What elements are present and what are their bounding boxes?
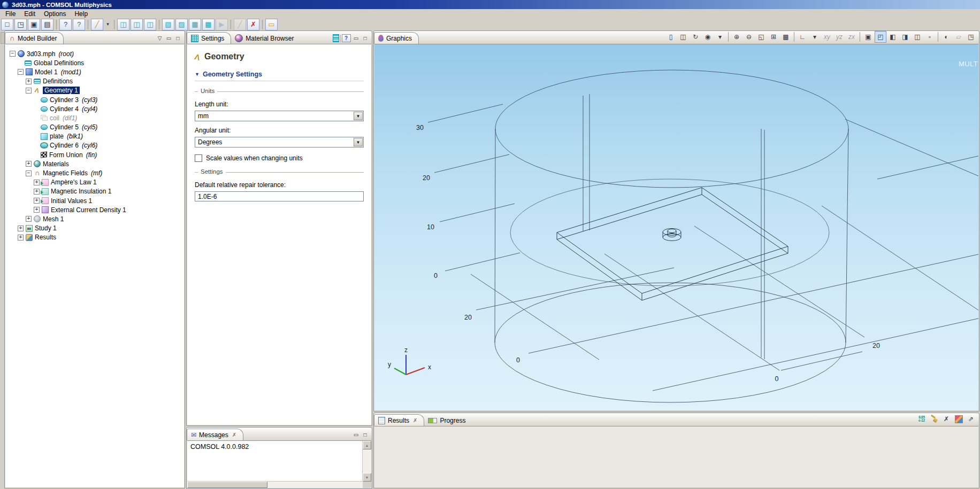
export-icon[interactable]: ⇗ <box>965 413 977 425</box>
messages-maximize-icon[interactable]: □ <box>361 430 370 439</box>
expander-plus-icon[interactable]: + <box>26 216 32 222</box>
tree-item-cylinder-5[interactable]: Cylinder 5(cyl5) <box>7 123 183 132</box>
window-cascade-icon[interactable]: ◫ <box>117 19 129 30</box>
tab-model-builder[interactable]: Model Builder <box>5 32 64 44</box>
build-selected-icon[interactable]: ▨ <box>175 19 188 30</box>
tree-item-results[interactable]: +Results <box>7 233 183 242</box>
tab-material-browser[interactable]: Material Browser <box>231 33 300 44</box>
select-edges-icon[interactable]: ◫ <box>912 31 923 43</box>
vertical-scrollbar[interactable]: ▲ ▼ <box>362 441 371 482</box>
visibility-caret-icon[interactable]: ▾ <box>714 31 726 43</box>
expander-plus-icon[interactable]: + <box>34 189 40 195</box>
geometry-settings-section[interactable]: ▼ Geometry Settings <box>195 71 364 81</box>
documentation-icon[interactable]: ? <box>73 19 85 30</box>
go-icon[interactable]: ▶ <box>216 19 228 30</box>
angular-unit-select[interactable]: Degrees ▼ <box>195 137 364 148</box>
window-tile-icon[interactable]: ◫ <box>131 19 143 30</box>
tree-item-materials[interactable]: +Materials <box>7 159 183 168</box>
expander-minus-icon[interactable]: − <box>26 170 32 176</box>
settings-maximize-icon[interactable]: □ <box>361 34 370 42</box>
print-icon[interactable]: ▤ <box>41 19 53 30</box>
build-preceding-icon[interactable]: ▧ <box>162 19 174 30</box>
horizontal-sash-right[interactable] <box>373 412 979 413</box>
delete-icon[interactable]: ✗ <box>940 413 952 425</box>
expander-plus-icon[interactable]: + <box>26 79 32 84</box>
selection-lock-icon[interactable]: ◰ <box>875 31 886 43</box>
tree-item-magnetic-insulation-1[interactable]: +Magnetic Insulation 1 <box>7 187 183 196</box>
dynamic-help-icon[interactable]: ? <box>341 34 351 42</box>
scroll-up-icon[interactable]: ▲ <box>363 441 371 449</box>
dropdown-arrow-icon[interactable]: ▼ <box>354 138 363 146</box>
help-icon[interactable]: ? <box>59 19 72 30</box>
tree-item-study-1[interactable]: +Study 1 <box>7 224 183 233</box>
ruler-icon[interactable]: ▭ <box>265 19 278 30</box>
select-domains-icon[interactable]: ◧ <box>887 31 899 43</box>
scrollbar-thumb[interactable] <box>187 482 267 488</box>
window-float-icon[interactable]: ◫ <box>144 19 156 30</box>
select-box-icon[interactable]: ▫ <box>924 31 936 43</box>
measure-icon[interactable]: ✗ <box>247 19 259 30</box>
brush-caret-icon[interactable]: ▾ <box>104 19 111 30</box>
clear-results-icon[interactable] <box>928 413 940 425</box>
tab-progress[interactable]: Progress <box>424 415 472 426</box>
zoom-out-icon[interactable]: ⊖ <box>743 31 755 43</box>
build-all-icon[interactable]: ▦ <box>189 19 201 30</box>
precision-icon[interactable]: 8.85e-12 <box>916 413 928 425</box>
vertical-sash-left[interactable] <box>185 30 186 489</box>
plot-window-icon[interactable]: ▯ <box>665 31 677 43</box>
menu-help[interactable]: Help <box>70 10 92 18</box>
tree-item-external-current-density-1[interactable]: +External Current Density 1 <box>7 205 183 214</box>
tree-item-mesh-1[interactable]: +Mesh 1 <box>7 214 183 223</box>
close-icon[interactable]: ✗ <box>413 417 417 423</box>
scene-light-icon[interactable]: ◐ <box>940 31 952 43</box>
messages-minimize-icon[interactable]: ▭ <box>351 430 361 439</box>
tree-item-cylinder-4[interactable]: Cylinder 4(cyl4) <box>7 104 183 113</box>
zoom-box-icon[interactable]: ◱ <box>755 31 767 43</box>
tree-item-amp-re-s-law-1[interactable]: +Ampère's Law 1 <box>7 178 183 187</box>
tree-item-magnetic-fields[interactable]: −Magnetic Fields(mf) <box>7 168 183 177</box>
new-file-icon[interactable]: □ <box>1 19 13 30</box>
visibility-icon[interactable]: ◉ <box>702 31 714 43</box>
expander-plus-icon[interactable]: + <box>26 161 32 167</box>
view-zx-icon[interactable]: zx <box>846 31 858 43</box>
tree-item-definitions[interactable]: +Definitions <box>7 77 183 86</box>
tree-item-initial-values-1[interactable]: +Initial Values 1 <box>7 196 183 205</box>
save-icon[interactable]: ▣ <box>28 19 40 30</box>
menu-edit[interactable]: Edit <box>20 10 40 18</box>
open-file-icon[interactable]: ◳ <box>14 19 27 30</box>
transparency-icon[interactable]: ▱ <box>953 31 964 43</box>
expander-plus-icon[interactable]: + <box>18 235 24 240</box>
minimize-icon[interactable]: ▭ <box>164 34 173 42</box>
default-3d-view-icon[interactable]: ∟ <box>797 31 808 43</box>
close-icon[interactable]: ✗ <box>232 432 236 438</box>
material-library-icon[interactable] <box>331 34 340 42</box>
expander-plus-icon[interactable]: + <box>34 198 40 204</box>
expander-minus-icon[interactable]: − <box>10 51 16 57</box>
maximize-icon[interactable]: □ <box>173 34 182 42</box>
scale-values-checkbox[interactable] <box>195 154 202 162</box>
vertical-sash-right[interactable] <box>372 30 373 489</box>
expander-minus-icon[interactable]: − <box>18 69 24 75</box>
select-boundaries-icon[interactable]: ◨ <box>899 31 911 43</box>
tree-item-cylinder-3[interactable]: Cylinder 3(cyl3) <box>7 95 183 104</box>
tree-item-geometry-1[interactable]: −Geometry 1 <box>7 86 183 95</box>
tree-item-plate[interactable]: plate(blk1) <box>7 132 183 141</box>
build-mesh-icon[interactable]: ▩ <box>202 19 215 30</box>
tree-item-3d03-mph[interactable]: −3d03.mph(root) <box>7 49 183 58</box>
graphics-canvas[interactable]: COMSOL MULTIPHYSICS <box>374 44 978 410</box>
snapshot-icon[interactable]: ▣ <box>862 31 874 43</box>
tab-graphics[interactable]: Graphics <box>374 32 419 44</box>
horizontal-sash-left[interactable] <box>186 426 372 427</box>
zoom-extents-icon[interactable]: ▩ <box>780 31 792 43</box>
view-yz-icon[interactable]: yz <box>833 31 845 43</box>
dropdown-arrow-icon[interactable]: ▼ <box>354 112 363 120</box>
draw-icon[interactable]: ╱ <box>234 19 246 30</box>
title-bar[interactable]: 3d03.mph - COMSOL Multiphysics <box>0 0 980 9</box>
expander-plus-icon[interactable]: + <box>34 180 40 185</box>
view-xy-icon[interactable]: xy <box>821 31 833 43</box>
zoom-in-icon[interactable]: ⊕ <box>731 31 742 43</box>
expander-minus-icon[interactable]: − <box>26 88 32 94</box>
zoom-selected-icon[interactable]: ⊞ <box>768 31 779 43</box>
view-caret-icon[interactable]: ▾ <box>809 31 821 43</box>
split-window-icon[interactable]: ◫ <box>677 31 689 43</box>
